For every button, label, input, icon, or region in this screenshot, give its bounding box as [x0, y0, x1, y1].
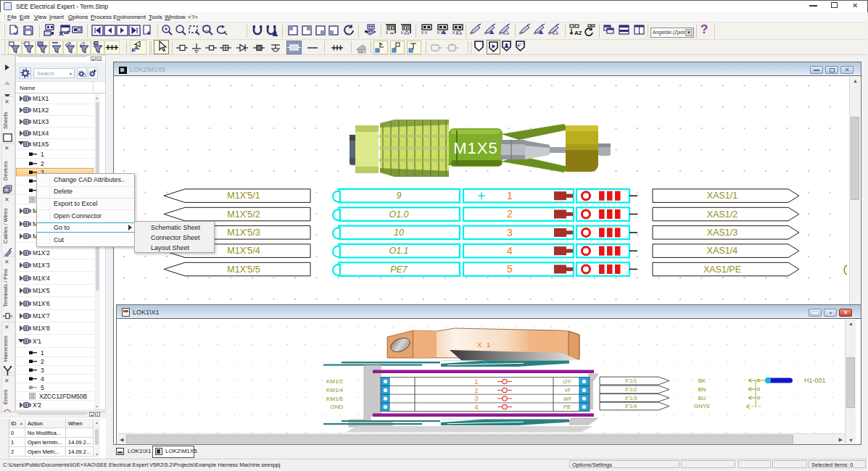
svg-text:1: 1: [507, 190, 513, 201]
svg-text:X 1: X 1: [477, 341, 492, 349]
svg-text:X'1/2: X'1/2: [625, 386, 637, 393]
svg-text:9: 9: [397, 191, 402, 201]
svg-text:KB: KB: [359, 50, 363, 54]
svg-text:GND: GND: [330, 404, 343, 410]
svg-text:OY: OY: [563, 378, 571, 385]
svg-text:2: 2: [474, 386, 478, 394]
svg-text:O1.0: O1.0: [389, 209, 408, 220]
svg-text:BK: BK: [698, 378, 706, 384]
svg-text:X'1/3: X'1/3: [625, 395, 637, 401]
svg-text:PE7: PE7: [390, 264, 408, 275]
svg-text:10: 10: [394, 228, 404, 238]
svg-text:X'1/4: X'1/4: [625, 403, 637, 409]
svg-text:5: 5: [507, 263, 513, 275]
svg-text:XAS1/3: XAS1/3: [707, 228, 737, 238]
svg-text:H1-001: H1-001: [804, 377, 826, 384]
svg-text:1: 1: [474, 378, 478, 385]
svg-text:M1X'5/4: M1X'5/4: [227, 246, 260, 256]
svg-text:Wf: Wf: [563, 396, 571, 402]
svg-text:M1X'5/2: M1X'5/2: [227, 209, 260, 220]
svg-text:KM1/4: KM1/4: [326, 387, 344, 393]
svg-text:X'1/1: X'1/1: [625, 378, 637, 384]
svg-text:BU: BU: [698, 395, 706, 401]
svg-text:KM1/6: KM1/6: [326, 396, 344, 402]
svg-text:GNYE: GNYE: [694, 403, 711, 409]
svg-text:3: 3: [474, 394, 478, 402]
svg-text:PE: PE: [563, 404, 571, 410]
svg-text:M1X5: M1X5: [453, 139, 497, 157]
svg-text:XAS1/PE: XAS1/PE: [703, 264, 741, 275]
svg-text:M1X'5/5: M1X'5/5: [227, 264, 260, 275]
svg-text:BN: BN: [698, 386, 706, 393]
svg-text:4: 4: [507, 245, 513, 257]
svg-text:Vf: Vf: [564, 387, 570, 393]
svg-text:3: 3: [507, 227, 513, 238]
svg-text:XAS1/4: XAS1/4: [707, 246, 737, 256]
svg-text:AZ: AZ: [574, 30, 582, 36]
svg-text:XAS1/1: XAS1/1: [707, 191, 737, 201]
svg-text:O1.1: O1.1: [389, 246, 408, 256]
svg-text:M1X'5/3: M1X'5/3: [227, 228, 260, 238]
svg-text:4: 4: [474, 403, 478, 411]
svg-text:XAS1/2: XAS1/2: [707, 209, 737, 220]
svg-text:2: 2: [507, 208, 513, 220]
svg-text:KM1/2: KM1/2: [326, 378, 344, 385]
svg-text:M1X'5/1: M1X'5/1: [227, 191, 260, 201]
